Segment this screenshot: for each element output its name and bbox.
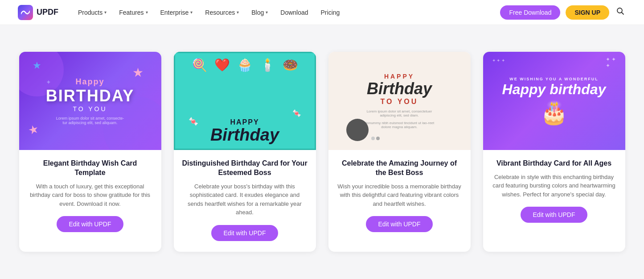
card-2-desc: Celebrate your boss's birthday with this… — [182, 182, 308, 217]
card-2-food-icons: 🍭 ❤️ 🧁 🕯️ 🍩 — [175, 58, 315, 72]
logo-text: UPDF — [37, 8, 58, 17]
card-3-to-you: TO YOU — [364, 98, 435, 106]
card-4-image: ✦ ✦✦ ✦ ✦ ✦ WE WISHING YOU A WONDERFUL Ha… — [483, 52, 625, 150]
candy-icon: 🍬 — [189, 117, 198, 126]
star-deco-left: ✦ ✦ ✦ — [492, 58, 505, 63]
card-1-text: Happy BIRTHDAY TO YOU Lorem ipsum dolor … — [46, 77, 135, 125]
free-download-button[interactable]: Free Download — [500, 5, 560, 20]
nav-resources[interactable]: Resources ▾ — [200, 6, 244, 19]
chevron-down-icon: ▾ — [237, 10, 239, 15]
logo-link[interactable]: UPDF — [18, 5, 58, 20]
card-3-lorem1: Lorem ipsum dolor sit amet, consectetuer… — [364, 109, 435, 117]
card-2-edit-button[interactable]: Edit with UPDF — [211, 225, 279, 241]
card-2-title: Distinguished Birthday Card for Your Est… — [182, 159, 308, 178]
navbar: UPDF Products ▾ Features ▾ Enterprise ▾ … — [0, 0, 644, 25]
card-1-body: Elegant Birthday Wish Card Template With… — [19, 150, 161, 243]
nav-download[interactable]: Download — [275, 6, 313, 19]
card-3-image: HAPPY Birthday TO YOU Lorem ipsum dolor … — [328, 52, 471, 150]
star-icon: ★ — [26, 122, 40, 138]
sign-up-button[interactable]: SIGN UP — [566, 5, 609, 20]
card-4-title: Vibrant Birthday Card for All Ages — [491, 159, 617, 168]
card-1-image: ★ ★ ★ ✦ Happy BIRTHDAY TO YOU Lorem ipsu… — [19, 52, 161, 150]
card-3-birthday: Birthday — [364, 80, 435, 98]
nav-products[interactable]: Products ▾ — [73, 6, 112, 19]
card-3: HAPPY Birthday TO YOU Lorem ipsum dolor … — [328, 52, 471, 252]
card-2-birthday: Birthday — [210, 126, 279, 143]
card-1: ★ ★ ★ ✦ Happy BIRTHDAY TO YOU Lorem ipsu… — [19, 52, 161, 252]
candy2-icon: 🍬 — [292, 109, 301, 117]
card-2-body: Distinguished Birthday Card for Your Est… — [174, 150, 316, 252]
nav-enterprise[interactable]: Enterprise ▾ — [155, 6, 198, 19]
logo-icon — [18, 5, 33, 20]
chevron-down-icon: ▾ — [146, 10, 148, 15]
card-4-hbd: Happy birthday — [502, 81, 606, 98]
cards-grid: ★ ★ ★ ✦ Happy BIRTHDAY TO YOU Lorem ipsu… — [19, 52, 625, 252]
star-icon: ★ — [33, 60, 41, 71]
main-content: ★ ★ ★ ✦ Happy BIRTHDAY TO YOU Lorem ipsu… — [0, 25, 644, 270]
card-3-dots — [371, 137, 380, 140]
card-3-text: HAPPY Birthday TO YOU Lorem ipsum dolor … — [364, 73, 435, 129]
stars-decoration: ✦ ✦✦ — [606, 56, 616, 69]
card-1-desc: With a touch of luxury, get this excepti… — [27, 182, 153, 208]
search-button[interactable] — [615, 5, 626, 19]
card-4-desc: Celebrate in style with this enchanting … — [491, 173, 617, 199]
card-2: 🍭 ❤️ 🧁 🕯️ 🍩 🍬 🍬 HAPPY Birthday Distingui… — [174, 52, 316, 252]
card-3-lorem2: Nonummy nibh euismod tincidunt ut lao-re… — [364, 121, 435, 129]
lollipop-icon: 🍭 — [192, 58, 207, 72]
card-2-image: 🍭 ❤️ 🧁 🕯️ 🍩 🍬 🍬 HAPPY Birthday — [174, 52, 316, 150]
card-1-edit-button[interactable]: Edit with UPDF — [57, 216, 124, 232]
card-3-desc: Wish your incredible boss a memorable bi… — [336, 182, 463, 208]
card-3-title: Celebrate the Amazing Journey of the Bes… — [336, 159, 463, 178]
card-4-text: WE WISHING YOU A WONDERFUL Happy birthda… — [502, 77, 606, 125]
card-1-to-you: TO YOU — [46, 105, 135, 112]
card-1-happy: Happy — [46, 77, 135, 87]
nav-blog[interactable]: Blog ▾ — [246, 6, 273, 19]
candle-icon: 🕯️ — [260, 58, 275, 72]
donut-icon: 🍩 — [283, 58, 298, 72]
nav-pricing[interactable]: Pricing — [316, 6, 345, 19]
svg-line-1 — [622, 12, 624, 15]
chevron-down-icon: ▾ — [104, 10, 107, 15]
avatar — [346, 119, 369, 141]
chevron-down-icon: ▾ — [266, 10, 268, 15]
heart-icon: ❤️ — [214, 58, 230, 72]
card-3-happy: HAPPY — [364, 73, 435, 80]
cake-icon: 🎂 — [502, 100, 606, 125]
card-1-birthday: BIRTHDAY — [46, 87, 135, 105]
card-4-we: WE WISHING YOU A WONDERFUL — [502, 77, 606, 81]
nav-features[interactable]: Features ▾ — [114, 6, 153, 19]
card-2-text: HAPPY Birthday — [210, 118, 279, 143]
card-3-edit-button[interactable]: Edit with UPDF — [366, 216, 433, 232]
search-icon — [616, 7, 624, 15]
card-3-body: Celebrate the Amazing Journey of the Bes… — [328, 150, 471, 243]
nav-actions: Free Download SIGN UP — [500, 5, 626, 20]
card-4-body: Vibrant Birthday Card for All Ages Celeb… — [483, 150, 625, 233]
card-4-edit-button[interactable]: Edit with UPDF — [521, 207, 588, 223]
card-1-title: Elegant Birthday Wish Card Template — [27, 159, 153, 178]
card-4: ✦ ✦✦ ✦ ✦ ✦ WE WISHING YOU A WONDERFUL Ha… — [483, 52, 625, 252]
nav-links: Products ▾ Features ▾ Enterprise ▾ Resou… — [73, 6, 500, 19]
card-1-lorem: Lorem ipsum dolor sit amet, consecte-tur… — [46, 116, 135, 125]
cupcake-icon: 🧁 — [237, 58, 253, 72]
chevron-down-icon: ▾ — [190, 10, 193, 15]
